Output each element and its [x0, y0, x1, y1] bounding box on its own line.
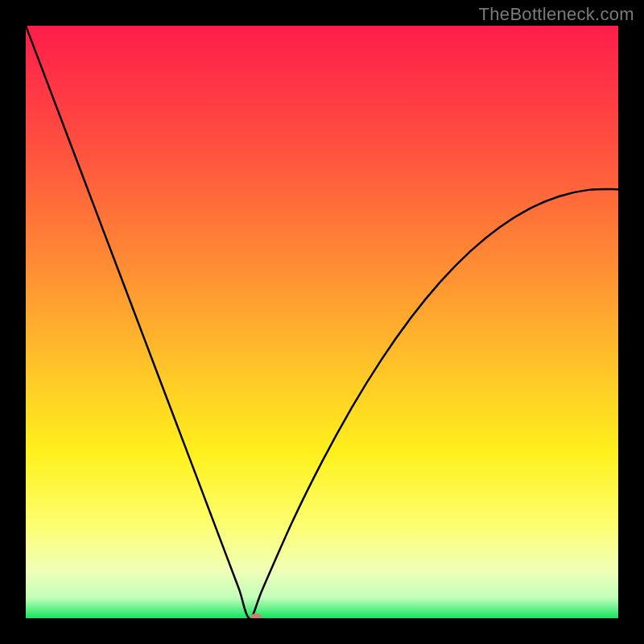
- plot-area: [26, 26, 618, 618]
- optimal-point-marker: [250, 614, 262, 619]
- gradient-background: [26, 26, 618, 618]
- attribution-text: TheBottleneck.com: [479, 4, 634, 25]
- svg-rect-0: [26, 26, 618, 618]
